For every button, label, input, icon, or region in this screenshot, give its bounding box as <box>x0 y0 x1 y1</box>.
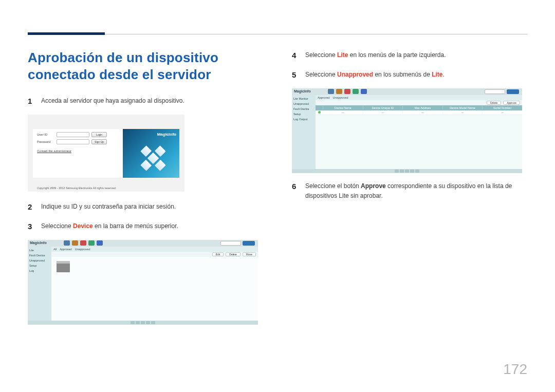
submenu-item[interactable]: Unapproved <box>333 96 348 99</box>
app-logo: MagicInfo <box>294 89 311 93</box>
pager-button[interactable] <box>410 170 414 173</box>
nav-icon[interactable] <box>97 240 103 246</box>
step-5: 5 Seleccione Unapproved en los submenús … <box>292 69 527 81</box>
app-topbar: MagicInfo <box>28 240 258 247</box>
table-header: Device Name Device Unique ID Mac Address… <box>316 105 522 110</box>
step-6: 6 Seleccione el botón Approve correspond… <box>292 180 527 201</box>
toolbar-button[interactable]: Delete <box>487 101 501 105</box>
password-label: Password <box>37 140 54 143</box>
submenu-bar: All Approved Unapproved <box>51 247 258 252</box>
device-canvas <box>51 257 258 321</box>
topbar-icons <box>328 89 367 94</box>
copyright-label: Copyright 2009 - 2012 Samsung Electronic… <box>37 186 116 190</box>
highlight-device: Device <box>73 222 93 230</box>
device-thumbnail[interactable] <box>57 261 70 272</box>
sidebar-item[interactable]: Log Output <box>293 118 314 121</box>
toolbar-button[interactable]: Edit <box>212 252 224 256</box>
step-1: 1 Acceda al servidor que haya asignado a… <box>28 95 263 107</box>
nav-icon[interactable] <box>88 240 95 246</box>
pager <box>131 321 155 324</box>
brand-label: MagicInfo <box>157 132 176 137</box>
nav-icon[interactable] <box>353 89 359 94</box>
page-title: Aprobación de un dispositivo conectado d… <box>28 49 263 83</box>
toolbar: Delete Approve <box>316 100 522 105</box>
col-header: Device Unique ID <box>363 106 403 109</box>
sidebar-item[interactable]: Setup <box>29 264 50 267</box>
nav-icon[interactable] <box>328 89 334 94</box>
approve-button[interactable]: Approve <box>503 101 520 105</box>
sidebar-item[interactable]: Unapproved <box>293 102 314 105</box>
highlight-lite: Lite <box>432 71 442 78</box>
table-row[interactable]: ————— <box>316 110 522 115</box>
device-grid-screenshot: MagicInfo <box>28 240 258 325</box>
header-accent <box>28 32 105 35</box>
pager-button[interactable] <box>415 170 419 173</box>
nav-icon[interactable] <box>344 89 350 94</box>
col-header: Mac Address <box>402 106 442 109</box>
topbar-icons <box>64 240 103 246</box>
sidebar-item[interactable]: Setup <box>293 113 314 116</box>
status-dot-icon <box>318 111 321 114</box>
nav-icon[interactable] <box>80 240 86 246</box>
step-text: Indique su ID y su contraseña para inici… <box>41 201 176 213</box>
search-input[interactable] <box>485 89 505 94</box>
pager-button[interactable] <box>405 170 409 173</box>
highlight-unapproved: Unapproved <box>337 71 373 78</box>
pager-button[interactable] <box>136 321 140 324</box>
sidebar-item[interactable]: Unapproved <box>29 259 50 262</box>
nav-icon[interactable] <box>72 240 78 246</box>
step-text: Acceda al servidor que haya asignado al … <box>41 95 184 107</box>
nav-icon[interactable] <box>361 89 367 94</box>
app-sidebar: Lite Monitor Unapproved Fault Device Set… <box>292 95 316 169</box>
col-header: Serial Number <box>482 106 522 109</box>
step-3: 3 Seleccione Device en la barra de menús… <box>28 220 263 233</box>
step-text: Seleccione Lite en los menús de la parte… <box>305 49 446 62</box>
submenu-item[interactable]: All <box>53 248 57 251</box>
app-logo: MagicInfo <box>30 241 47 245</box>
pager-button[interactable] <box>400 170 404 173</box>
pager-button[interactable] <box>131 321 135 324</box>
pager-button[interactable] <box>151 321 155 324</box>
sidebar-item[interactable]: Lite <box>29 249 50 252</box>
sidebar-item[interactable]: Log <box>29 269 50 272</box>
search-button[interactable] <box>243 241 255 246</box>
submenu-item[interactable]: Unapproved <box>75 248 90 251</box>
step-4: 4 Seleccione Lite en los menús de la par… <box>292 49 527 62</box>
step-number: 2 <box>28 201 35 213</box>
unapproved-list-screenshot: MagicInfo <box>292 88 522 173</box>
col-header: Device Model Name <box>442 106 483 109</box>
pager-button[interactable] <box>395 170 399 173</box>
app-sidebar: Lite Fault Device Unapproved Setup Log <box>28 247 51 321</box>
brand-panel: MagicInfo <box>123 129 179 178</box>
nav-icon[interactable] <box>336 89 342 94</box>
sidebar-item[interactable]: Lite Monitor <box>293 97 314 100</box>
user-id-label: User ID <box>37 133 54 136</box>
login-screenshot: User ID Login Password Sign Up Contact t… <box>28 115 184 192</box>
submenu-item[interactable]: Approved <box>60 248 72 251</box>
toolbar-button[interactable]: Delete <box>226 252 240 256</box>
step-2: 2 Indique su ID y su contraseña para ini… <box>28 201 263 213</box>
page-number: 172 <box>503 361 527 378</box>
nav-icon[interactable] <box>64 240 70 246</box>
login-button[interactable]: Login <box>91 132 107 137</box>
user-id-input[interactable] <box>57 132 89 137</box>
password-input[interactable] <box>57 139 89 144</box>
search-input[interactable] <box>220 241 241 246</box>
step-number: 5 <box>292 69 299 81</box>
toolbar-button[interactable]: Move <box>243 252 256 256</box>
signup-button[interactable]: Sign Up <box>91 139 107 144</box>
highlight-approve: Approve <box>361 182 386 190</box>
search-button[interactable] <box>507 89 519 94</box>
step-number: 4 <box>292 49 299 62</box>
pager-button[interactable] <box>146 321 150 324</box>
col-header: Device Name <box>323 106 363 109</box>
step-text: Seleccione Unapproved en los submenús de… <box>305 69 445 81</box>
app-topbar: MagicInfo <box>292 88 522 95</box>
submenu-item[interactable]: Approved <box>318 96 330 99</box>
sidebar-item[interactable]: Fault Device <box>29 254 50 257</box>
sidebar-item[interactable]: Fault Device <box>293 107 314 110</box>
brand-diamonds-icon <box>134 139 173 178</box>
pager-button[interactable] <box>141 321 145 324</box>
step-number: 1 <box>28 95 35 107</box>
status-bar <box>28 321 258 325</box>
